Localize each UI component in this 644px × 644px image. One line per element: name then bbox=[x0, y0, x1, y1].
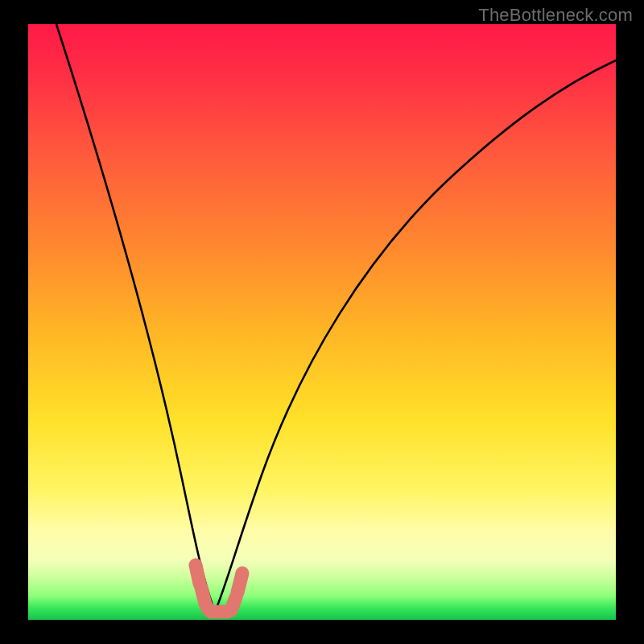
bottleneck-curve-svg bbox=[28, 24, 616, 620]
bottleneck-curve bbox=[56, 24, 616, 612]
marker-dot bbox=[196, 565, 200, 584]
chart-frame: TheBottleneck.com bbox=[0, 0, 644, 644]
plot-area bbox=[28, 24, 616, 620]
marker-dot bbox=[231, 597, 236, 610]
marker-dot bbox=[237, 573, 242, 592]
minimum-markers bbox=[196, 565, 242, 612]
watermark-text: TheBottleneck.com bbox=[478, 5, 633, 26]
